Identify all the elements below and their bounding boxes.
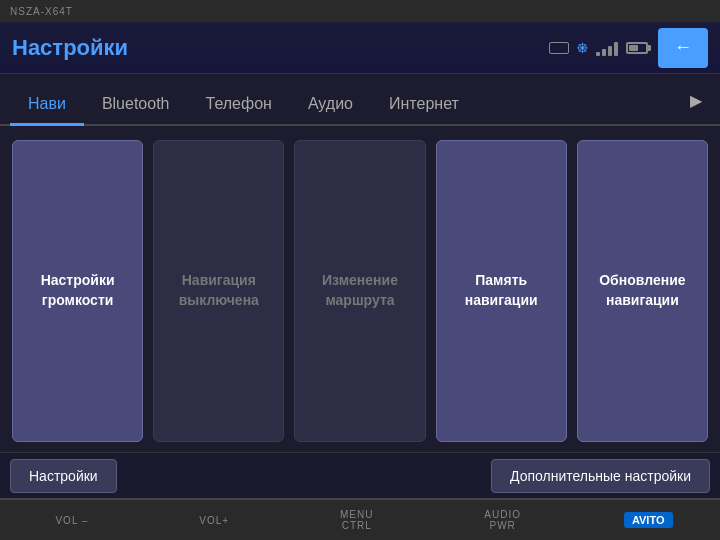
tab-bluetooth[interactable]: Bluetooth <box>84 85 188 126</box>
signal-bars-icon <box>596 40 618 56</box>
tab-internet[interactable]: Интернет <box>371 85 477 126</box>
bluetooth-icon: ⎈ <box>577 37 588 58</box>
advanced-settings-button[interactable]: Дополнительные настройки <box>491 459 710 493</box>
avito-badge: AVITO <box>624 512 673 528</box>
signal-bar-2 <box>602 49 606 56</box>
tab-more-button[interactable]: ▶ <box>682 81 710 120</box>
grid-cell-update-label: Обновление навигации <box>588 271 697 310</box>
small-indicator-icon <box>549 42 569 54</box>
grid-cell-memory[interactable]: Память навигации <box>436 140 567 442</box>
grid-cell-nav-off: Навигация выключена <box>153 140 284 442</box>
physical-buttons: VOL – VOL+ MENUCTRL AUDIOPWR AVITO <box>0 498 720 540</box>
grid-cell-update[interactable]: Обновление навигации <box>577 140 708 442</box>
vol-plus-button[interactable]: VOL+ <box>191 511 237 530</box>
grid-cell-route-label: Изменение маршрута <box>305 271 414 310</box>
tab-bar: Нави Bluetooth Телефон Аудио Интернет ▶ <box>0 74 720 126</box>
audio-button[interactable]: AUDIOPWR <box>476 505 529 535</box>
header: Настройки ⎈ ← <box>0 22 720 74</box>
settings-button[interactable]: Настройки <box>10 459 117 493</box>
back-button[interactable]: ← <box>658 28 708 68</box>
top-bezel: NSZA-X64T <box>0 0 720 22</box>
grid-cell-memory-label: Память навигации <box>447 271 556 310</box>
signal-bar-4 <box>614 42 618 56</box>
header-icons: ⎈ <box>549 37 648 58</box>
signal-bar-3 <box>608 46 612 56</box>
page-title: Настройки <box>12 35 549 61</box>
device-frame: NSZA-X64T Настройки ⎈ <box>0 0 720 540</box>
grid-cell-nav-off-label: Навигация выключена <box>164 271 273 310</box>
bottom-bar: Настройки Дополнительные настройки <box>0 452 720 498</box>
tab-navi[interactable]: Нави <box>10 85 84 126</box>
battery-icon <box>626 42 648 54</box>
vol-minus-button[interactable]: VOL – <box>47 511 96 530</box>
menu-button[interactable]: MENUCTRL <box>332 505 381 535</box>
grid-cell-route: Изменение маршрута <box>294 140 425 442</box>
grid-container: Настройки громкости Навигация выключена … <box>0 126 720 452</box>
signal-bar-1 <box>596 52 600 56</box>
screen: Настройки ⎈ ← <box>0 22 720 498</box>
tab-telefon[interactable]: Телефон <box>188 85 290 126</box>
grid-cell-volume-label: Настройки громкости <box>23 271 132 310</box>
model-number: NSZA-X64T <box>10 6 73 17</box>
grid-cell-volume[interactable]: Настройки громкости <box>12 140 143 442</box>
tab-audio[interactable]: Аудио <box>290 85 371 126</box>
